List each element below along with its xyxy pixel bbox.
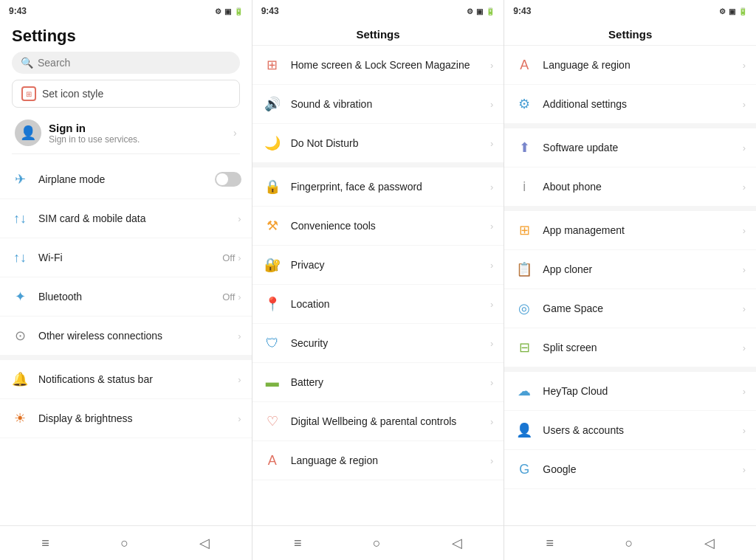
item-text: Do Not Disturb bbox=[291, 137, 481, 149]
setting-icon: ⚙ bbox=[515, 94, 534, 114]
battery-icon: 🔋 bbox=[486, 7, 495, 15]
icon-style-label: Set icon style bbox=[42, 88, 103, 100]
settings-item[interactable]: ⊞ App management › bbox=[504, 211, 756, 250]
search-input[interactable] bbox=[38, 57, 231, 69]
settings-item[interactable]: i About phone › bbox=[504, 167, 756, 207]
settings-item[interactable]: 👤 Users & accounts › bbox=[504, 411, 756, 450]
item-label: Home screen & Lock Screen Magazine bbox=[291, 59, 481, 71]
item-text: Split screen bbox=[543, 342, 733, 353]
back-button[interactable]: ◁ bbox=[695, 532, 724, 554]
item-right: › bbox=[238, 331, 241, 342]
settings-item[interactable]: 🌙 Do Not Disturb › bbox=[252, 124, 504, 163]
item-text: Location bbox=[291, 298, 481, 310]
item-text: Users & accounts bbox=[543, 424, 733, 436]
settings-item[interactable]: 📍 Location › bbox=[252, 285, 504, 324]
settings-item[interactable]: G Google › bbox=[504, 450, 756, 489]
settings-item[interactable]: ♡ Digital Wellbeing & parental controls … bbox=[252, 402, 504, 441]
settings-item[interactable]: A Language & region › bbox=[504, 46, 756, 85]
settings-item[interactable]: ☁ HeyTap Cloud › bbox=[504, 372, 756, 411]
chevron-icon: › bbox=[743, 182, 746, 193]
panel-2: 9:43 ⚙ ▣ 🔋 Settings⊞ Home screen & Lock … bbox=[252, 0, 505, 560]
setting-icon: ◎ bbox=[515, 299, 534, 318]
setting-icon: ↑↓ bbox=[10, 209, 30, 228]
menu-button[interactable]: ≡ bbox=[32, 533, 58, 554]
setting-icon: ⊟ bbox=[515, 338, 534, 357]
item-right: › bbox=[743, 182, 746, 193]
settings-item[interactable]: ⊙ Other wireless connections › bbox=[0, 317, 252, 356]
item-label: Notifications & status bar bbox=[38, 373, 229, 385]
item-text: Sound & vibration bbox=[291, 98, 481, 110]
settings-item[interactable]: ☀ Display & brightness › bbox=[0, 399, 252, 438]
settings-item[interactable]: ↑↓ Wi-Fi Off› bbox=[0, 238, 252, 277]
home-button[interactable]: ○ bbox=[616, 533, 642, 554]
item-text: About phone bbox=[543, 181, 733, 193]
item-label: Language & region bbox=[291, 454, 481, 466]
item-text: SIM card & mobile data bbox=[38, 212, 229, 224]
setting-icon: ☀ bbox=[10, 409, 30, 428]
toggle-switch[interactable] bbox=[215, 172, 241, 187]
setting-icon: 🔒 bbox=[263, 177, 282, 196]
settings-item[interactable]: ⊟ Split screen › bbox=[504, 328, 756, 367]
item-right: › bbox=[490, 260, 493, 271]
settings-item[interactable]: ⊞ Home screen & Lock Screen Magazine › bbox=[252, 46, 504, 85]
home-button[interactable]: ○ bbox=[111, 533, 137, 554]
settings-item[interactable]: 🔒 Fingerprint, face & password › bbox=[252, 167, 504, 207]
back-button[interactable]: ◁ bbox=[443, 532, 471, 554]
chevron-icon: › bbox=[743, 225, 746, 236]
settings-item[interactable]: ▬ Battery › bbox=[252, 363, 504, 402]
menu-button[interactable]: ≡ bbox=[285, 533, 311, 554]
item-text: Convenience tools bbox=[291, 220, 481, 232]
item-text: App cloner bbox=[543, 263, 733, 275]
item-text: Airplane mode bbox=[38, 173, 206, 185]
item-label: Additional settings bbox=[543, 98, 733, 110]
settings-item[interactable]: ⬆ Software update › bbox=[504, 128, 756, 167]
item-text: Home screen & Lock Screen Magazine bbox=[291, 59, 481, 71]
back-button[interactable]: ◁ bbox=[190, 532, 219, 554]
setting-icon: ⊙ bbox=[10, 326, 30, 345]
chevron-icon: › bbox=[743, 264, 746, 275]
item-right: › bbox=[490, 138, 493, 149]
settings-item[interactable]: 🔊 Sound & vibration › bbox=[252, 85, 504, 124]
search-bar[interactable]: 🔍 bbox=[12, 52, 240, 74]
chevron-icon: › bbox=[743, 60, 746, 71]
item-text: Game Space bbox=[543, 303, 733, 314]
bottom-nav: ≡ ○ ◁ bbox=[504, 525, 756, 560]
settings-item[interactable]: ↑↓ SIM card & mobile data › bbox=[0, 199, 252, 238]
settings-item[interactable]: A Language & region › bbox=[252, 441, 504, 480]
chevron-icon: › bbox=[490, 260, 493, 271]
item-text: Additional settings bbox=[543, 98, 733, 110]
item-right: › bbox=[238, 213, 241, 224]
settings-item[interactable]: ✈ Airplane mode bbox=[0, 160, 252, 199]
status-icons: ⚙ ▣ 🔋 bbox=[467, 7, 495, 15]
menu-button[interactable]: ≡ bbox=[537, 533, 563, 554]
setting-icon: ▬ bbox=[263, 373, 282, 392]
item-right: › bbox=[743, 425, 746, 436]
item-label: Location bbox=[291, 298, 481, 310]
settings-item[interactable]: 🔐 Privacy › bbox=[252, 246, 504, 285]
settings-item[interactable]: 📋 App cloner › bbox=[504, 250, 756, 289]
settings-item[interactable]: 🔔 Notifications & status bar › bbox=[0, 360, 252, 399]
settings-item[interactable]: ◎ Game Space › bbox=[504, 289, 756, 328]
item-right: › bbox=[490, 338, 493, 349]
chevron-icon: › bbox=[490, 377, 493, 388]
item-label: Wi-Fi bbox=[38, 252, 213, 263]
item-right: › bbox=[743, 142, 746, 153]
item-right: › bbox=[743, 342, 746, 353]
settings-item[interactable]: 🛡 Security › bbox=[252, 324, 504, 363]
settings-item[interactable]: ✦ Bluetooth Off› bbox=[0, 277, 252, 317]
settings-item[interactable]: ⚒ Convenience tools › bbox=[252, 207, 504, 246]
item-right: › bbox=[743, 60, 746, 71]
icon-style-button[interactable]: ⊞ Set icon style bbox=[12, 80, 240, 108]
chevron-icon: › bbox=[490, 416, 493, 427]
home-button[interactable]: ○ bbox=[364, 533, 390, 554]
search-icon: 🔍 bbox=[21, 57, 33, 69]
settings-item[interactable]: ⚙ Additional settings › bbox=[504, 85, 756, 124]
status-icons: ⚙ ▣ 🔋 bbox=[215, 7, 243, 15]
sign-in-card[interactable]: 👤 Sign in Sign in to use services. › bbox=[12, 112, 240, 154]
item-label: Fingerprint, face & password bbox=[291, 181, 481, 193]
setting-icon: ⊞ bbox=[515, 221, 534, 240]
item-right: › bbox=[743, 303, 746, 314]
avatar: 👤 bbox=[15, 120, 41, 146]
item-text: Language & region bbox=[543, 59, 733, 71]
item-label: Privacy bbox=[291, 259, 481, 271]
